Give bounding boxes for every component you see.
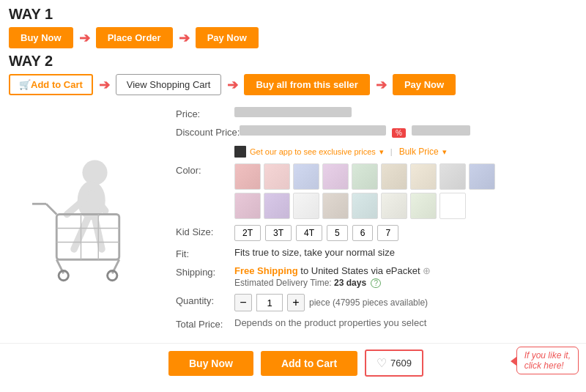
info-icon: ?: [371, 278, 381, 288]
color-swatch[interactable]: [264, 163, 290, 190]
way1-buy-now-btn[interactable]: Buy Now: [9, 27, 73, 48]
total-price-text: Depends on the product properties you se…: [234, 317, 426, 328]
note-bubble: If you like it,click here!: [516, 347, 579, 374]
bulk-price-btn[interactable]: Bulk Price: [399, 147, 439, 157]
app-promo[interactable]: Get our app to see exclusive prices ▾ | …: [234, 146, 447, 158]
size-4t[interactable]: 4T: [296, 225, 322, 241]
way2-row: 🛒Add to Cart ➔ View Shopping Cart ➔ Buy …: [9, 74, 577, 95]
arrow3: ➔: [99, 77, 110, 93]
wishlist-count: 7609: [390, 358, 412, 369]
add-to-cart-btn[interactable]: Add to Cart: [261, 351, 357, 376]
chevron-down-icon: ▾: [379, 147, 384, 157]
total-row: Total Price: Depends on the product prop…: [176, 317, 579, 330]
qr-icon: [234, 146, 246, 158]
svg-line-7: [46, 204, 56, 214]
shipping-text: Free Shipping to United States via ePack…: [234, 265, 579, 276]
bulk-chevron: ▾: [442, 147, 447, 157]
discount-extra: [412, 125, 470, 136]
delivery-days: 23 days: [334, 278, 366, 288]
quantity-increase-btn[interactable]: +: [287, 294, 305, 311]
discount-row: Discount Price: %: [176, 125, 579, 138]
color-swatch[interactable]: [293, 163, 319, 190]
quantity-available: piece (47995 pieces available): [309, 297, 428, 308]
color-swatch[interactable]: [410, 163, 437, 190]
add-to-cart-small-btn[interactable]: 🛒Add to Cart: [9, 74, 93, 95]
color-label: Color:: [176, 163, 234, 176]
view-shopping-cart-btn[interactable]: View Shopping Cart: [116, 74, 222, 95]
bottom-actions: Buy Now Add to Cart ♡ 7609 If you like i…: [0, 343, 586, 382]
quantity-row: Quantity: − + piece (47995 pieces availa…: [176, 294, 579, 311]
heart-icon: ♡: [377, 356, 387, 370]
color-swatch[interactable]: [322, 163, 349, 190]
app-promo-spacer: [176, 144, 234, 145]
quantity-label: Quantity:: [176, 294, 234, 306]
fit-row: Fit: Fits true to size, take your normal…: [176, 247, 579, 259]
quantity-decrease-btn[interactable]: −: [234, 294, 252, 311]
svg-point-0: [82, 160, 107, 185]
size-7[interactable]: 7: [377, 225, 398, 241]
buy-now-btn[interactable]: Buy Now: [168, 351, 253, 376]
color-swatch[interactable]: [352, 163, 378, 190]
fit-label: Fit:: [176, 247, 234, 259]
way1-pay-now-btn[interactable]: Pay Now: [196, 27, 259, 48]
color-swatch[interactable]: [381, 163, 407, 190]
delivery-estimate: Estimated Delivery Time: 23 days ?: [234, 278, 579, 288]
arrow5: ➔: [376, 77, 387, 93]
app-promo-text: Get our app to see exclusive prices: [250, 147, 376, 156]
product-image: [7, 107, 168, 336]
shipping-label: Shipping:: [176, 265, 234, 278]
size-options: 2T 3T 4T 5 6 7: [234, 225, 398, 241]
total-label: Total Price:: [176, 317, 234, 330]
way1-place-order-btn[interactable]: Place Order: [96, 27, 173, 48]
fit-text: Fits true to size, take your normal size: [234, 247, 395, 258]
color-swatch[interactable]: [469, 163, 495, 190]
price-value: [234, 107, 352, 117]
shipping-via-text: to United States via ePacket: [300, 265, 420, 276]
color-row: Color:: [176, 163, 579, 219]
shipping-row: Shipping: Free Shipping to United States…: [176, 265, 579, 288]
color-swatch[interactable]: [322, 193, 349, 219]
price-label: Price:: [176, 107, 234, 119]
size-5[interactable]: 5: [327, 225, 348, 241]
size-6[interactable]: 6: [352, 225, 374, 241]
arrow1: ➔: [79, 30, 90, 46]
color-swatch[interactable]: [410, 193, 437, 219]
way2-pay-now-btn[interactable]: Pay Now: [393, 74, 456, 95]
color-swatch[interactable]: [234, 193, 261, 219]
shipping-dropdown-icon[interactable]: ⊕: [423, 265, 431, 276]
buy-all-from-seller-btn[interactable]: Buy all from this seller: [244, 74, 369, 95]
discount-label: Discount Price:: [176, 125, 240, 138]
color-swatch[interactable]: [293, 193, 319, 219]
color-swatch[interactable]: [440, 193, 466, 219]
discount-badge: %: [392, 128, 406, 138]
app-promo-row: Get our app to see exclusive prices ▾ | …: [176, 144, 579, 158]
quantity-input[interactable]: [256, 294, 283, 311]
color-swatch[interactable]: [381, 193, 407, 219]
way2-label: WAY 2: [9, 53, 577, 70]
color-swatches: [234, 163, 513, 219]
way1-label: WAY 1: [9, 6, 577, 23]
kid-size-label: Kid Size:: [176, 225, 234, 237]
arrow2: ➔: [179, 30, 190, 46]
discount-value: [240, 125, 386, 136]
wishlist-btn[interactable]: ♡ 7609: [365, 350, 423, 377]
color-swatch[interactable]: [440, 163, 466, 190]
size-row: Kid Size: 2T 3T 4T 5 6 7: [176, 225, 579, 241]
free-shipping-text: Free Shipping: [234, 265, 298, 276]
color-swatch[interactable]: [264, 193, 290, 219]
product-details: Price: Discount Price: % Get our app to …: [168, 107, 579, 336]
way1-row: Buy Now ➔ Place Order ➔ Pay Now: [9, 27, 577, 48]
price-row: Price:: [176, 107, 579, 119]
arrow4: ➔: [227, 77, 238, 93]
quantity-controls: − + piece (47995 pieces available): [234, 294, 428, 311]
note-arrow: [511, 357, 516, 366]
color-swatch[interactable]: [234, 163, 261, 190]
size-3t[interactable]: 3T: [265, 225, 292, 241]
color-swatch[interactable]: [352, 193, 378, 219]
size-2t[interactable]: 2T: [234, 225, 261, 241]
